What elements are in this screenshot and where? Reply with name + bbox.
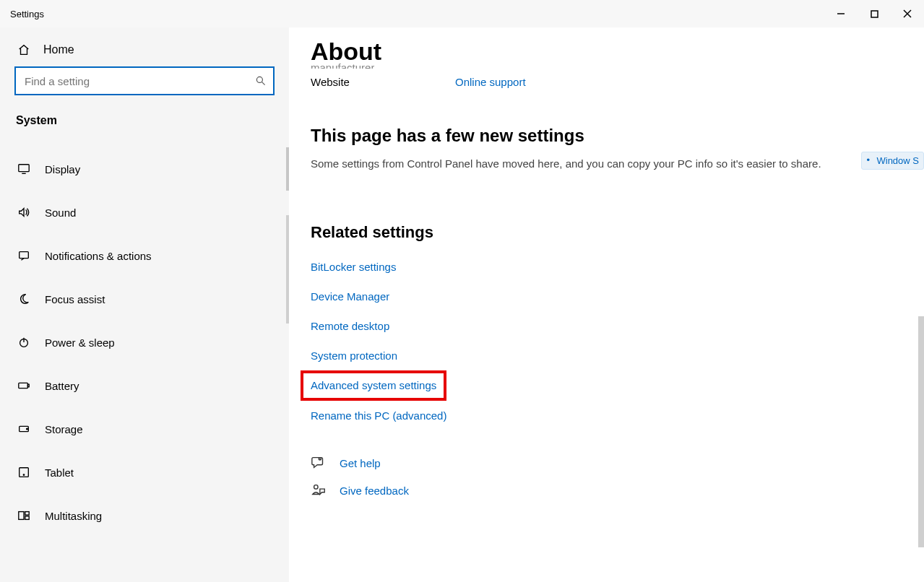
moon-icon — [17, 292, 30, 305]
related-link-rename-this-pc-advanced-[interactable]: Rename this PC (advanced) — [311, 401, 446, 430]
related-link-device-manager[interactable]: Device Manager — [311, 282, 389, 311]
battery-icon — [17, 379, 30, 392]
website-label: Website — [311, 76, 397, 88]
sound-icon — [17, 206, 30, 219]
svg-rect-19 — [25, 516, 29, 520]
svg-point-4 — [256, 77, 262, 82]
sidebar-item-label: Multitasking — [45, 510, 102, 522]
get-help-row[interactable]: ? Get help — [311, 455, 902, 471]
sidebar-nav: DisplaySoundNotifications & actionsFocus… — [0, 147, 289, 537]
related-link-bitlocker-settings[interactable]: BitLocker settings — [311, 252, 396, 282]
svg-rect-1 — [871, 11, 878, 17]
sidebar-item-display[interactable]: Display — [0, 147, 289, 191]
sidebar-item-label: Battery — [45, 380, 79, 392]
sidebar-item-battery[interactable]: Battery — [0, 364, 289, 407]
svg-rect-6 — [19, 165, 29, 172]
close-button[interactable] — [891, 0, 924, 27]
related-link-system-protection[interactable]: System protection — [311, 341, 397, 370]
sidebar-item-label: Sound — [45, 207, 76, 219]
related-settings-heading: Related settings — [311, 223, 902, 242]
sidebar-item-label: Power & sleep — [45, 336, 115, 349]
svg-rect-12 — [27, 384, 29, 387]
page-title: About — [311, 38, 902, 66]
manufacturer-label: manufacturer — [311, 61, 374, 69]
svg-point-14 — [27, 428, 28, 430]
maximize-button[interactable] — [858, 0, 891, 27]
windows-chip[interactable]: Window S — [861, 152, 924, 170]
sidebar-item-sound[interactable]: Sound — [0, 191, 289, 234]
sidebar-item-label: Tablet — [45, 466, 74, 479]
titlebar: Settings — [0, 0, 924, 27]
sidebar-item-focus-assist[interactable]: Focus assist — [0, 277, 289, 321]
help-icon: ? — [311, 455, 327, 471]
sidebar-item-label: Storage — [45, 423, 83, 435]
search-icon — [254, 74, 267, 87]
svg-line-5 — [262, 82, 265, 85]
sidebar-item-power-sleep[interactable]: Power & sleep — [0, 321, 289, 364]
display-icon — [17, 162, 30, 175]
svg-rect-8 — [20, 252, 29, 259]
online-support-link[interactable]: Online support — [455, 76, 526, 88]
feedback-icon — [311, 482, 327, 498]
power-icon — [17, 336, 30, 349]
related-link-remote-desktop[interactable]: Remote desktop — [311, 311, 389, 341]
sidebar-item-label: Notifications & actions — [45, 250, 152, 262]
home-icon — [17, 43, 30, 56]
new-settings-desc: Some settings from Control Panel have mo… — [311, 156, 902, 171]
sidebar-item-notifications-actions[interactable]: Notifications & actions — [0, 234, 289, 277]
sidebar-item-storage[interactable]: Storage — [0, 407, 289, 451]
related-links-list: BitLocker settingsDevice ManagerRemote d… — [311, 252, 902, 430]
get-help-link[interactable]: Get help — [340, 457, 381, 469]
storage-icon — [17, 422, 30, 435]
svg-rect-17 — [19, 512, 24, 520]
sidebar-section-label: System — [0, 107, 289, 134]
svg-point-22 — [314, 485, 319, 490]
highlighted-link-box: Advanced system settings — [301, 370, 446, 401]
sidebar-item-tablet[interactable]: Tablet — [0, 451, 289, 494]
tablet-icon — [17, 466, 30, 479]
main-scrollbar[interactable] — [918, 316, 924, 547]
sidebar-item-label: Display — [45, 163, 80, 175]
svg-rect-11 — [19, 383, 28, 388]
svg-point-16 — [23, 474, 24, 475]
sidebar: Home System DisplaySoundNotifications & … — [0, 27, 289, 582]
search-input[interactable] — [14, 66, 275, 95]
search-field[interactable] — [25, 75, 254, 87]
bell-icon — [17, 249, 30, 262]
window-title: Settings — [10, 9, 44, 19]
sidebar-item-multitasking[interactable]: Multitasking — [0, 494, 289, 537]
main-pane: About manufacturer Website Online suppor… — [289, 27, 924, 582]
sidebar-home-label: Home — [43, 43, 74, 56]
svg-rect-18 — [25, 512, 29, 516]
give-feedback-row[interactable]: Give feedback — [311, 482, 902, 498]
give-feedback-link[interactable]: Give feedback — [340, 485, 409, 497]
new-settings-heading: This page has a few new settings — [311, 126, 902, 146]
sidebar-home[interactable]: Home — [0, 36, 289, 66]
multitask-icon — [17, 509, 30, 522]
sidebar-item-label: Focus assist — [45, 293, 105, 305]
minimize-button[interactable] — [824, 0, 858, 27]
svg-text:?: ? — [319, 458, 321, 461]
related-link-advanced-system-settings[interactable]: Advanced system settings — [311, 379, 436, 391]
